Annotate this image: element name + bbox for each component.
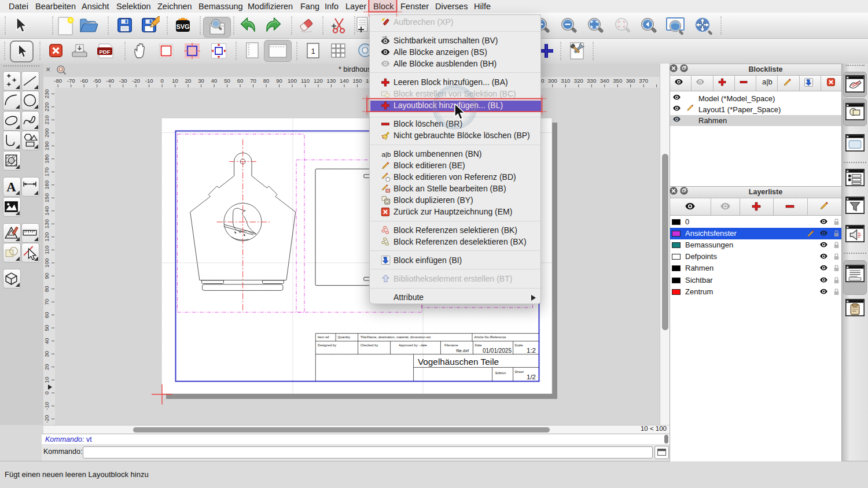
svg-text:340: 340 [600, 77, 609, 84]
svg-text:0: 0 [43, 391, 50, 394]
svg-text:120: 120 [314, 77, 323, 84]
svg-text:Designed by: Designed by [318, 343, 336, 347]
svg-text:40: 40 [43, 338, 50, 344]
svg-text:50: 50 [224, 77, 230, 84]
svg-text:PDF: PDF [100, 49, 111, 55]
svg-text:100: 100 [288, 77, 297, 84]
svg-text:50: 50 [43, 325, 50, 331]
svg-text:300: 300 [548, 77, 557, 84]
svg-text:130: 130 [43, 219, 50, 228]
svg-text:80: 80 [43, 286, 50, 292]
svg-text:1: 1 [311, 47, 315, 56]
svg-text:110: 110 [43, 246, 50, 254]
svg-text:Item ref: Item ref [318, 335, 329, 339]
svg-text:150: 150 [353, 77, 362, 84]
svg-text:110: 110 [301, 77, 310, 84]
svg-text:Quantity: Quantity [338, 335, 351, 339]
svg-text:Vogelhäuschen Teile: Vogelhäuschen Teile [418, 357, 499, 367]
svg-text:20: 20 [43, 364, 50, 370]
svg-text:-70: -70 [67, 77, 75, 84]
svg-text:230: 230 [43, 89, 50, 98]
svg-text:Sheet: Sheet [514, 370, 524, 374]
svg-text:220: 220 [43, 102, 50, 112]
svg-text:150: 150 [43, 193, 50, 202]
svg-text:130: 130 [327, 77, 336, 84]
svg-text:90: 90 [276, 77, 282, 84]
svg-text:-20: -20 [43, 415, 50, 423]
svg-text:200: 200 [43, 128, 50, 138]
svg-text:10: 10 [43, 377, 50, 383]
svg-text:1/2: 1/2 [527, 374, 536, 380]
svg-text:60: 60 [237, 77, 244, 84]
svg-text:-80: -80 [54, 77, 62, 84]
svg-text:160: 160 [43, 180, 50, 190]
svg-text:350: 350 [613, 77, 622, 84]
svg-text:Filename: Filename [444, 343, 458, 347]
svg-text:180: 180 [43, 154, 50, 164]
svg-text:Checked by: Checked by [361, 343, 378, 347]
svg-text:90: 90 [43, 273, 50, 279]
svg-text:SVG: SVG [176, 23, 189, 30]
svg-text:-30: -30 [119, 77, 127, 84]
svg-text:120: 120 [43, 232, 50, 242]
svg-text:190: 190 [43, 141, 50, 150]
svg-text:10: 10 [172, 77, 178, 84]
svg-text:100: 100 [43, 258, 50, 268]
svg-text:Date: Date [475, 343, 482, 347]
svg-text:70: 70 [250, 77, 256, 84]
svg-text:Article No./Reference: Article No./Reference [475, 335, 506, 339]
svg-text:30: 30 [198, 77, 204, 84]
svg-text:Title/Name, destination, mater: Title/Name, destination, material, dimen… [361, 335, 431, 339]
svg-text:370: 370 [639, 77, 648, 84]
svg-text:a|b: a|b [382, 150, 391, 158]
svg-text:140: 140 [43, 206, 50, 216]
svg-text:210: 210 [43, 115, 50, 124]
svg-text:320: 320 [574, 77, 583, 84]
svg-text:-60: -60 [80, 77, 88, 84]
svg-text:330: 330 [587, 77, 596, 84]
svg-text:-50: -50 [93, 77, 101, 84]
svg-text:40: 40 [211, 77, 218, 84]
svg-text:140: 140 [340, 77, 349, 84]
svg-text:360: 360 [626, 77, 635, 84]
svg-text:60: 60 [43, 312, 50, 318]
svg-text:-10: -10 [43, 402, 50, 410]
svg-text:file.dxf: file.dxf [456, 348, 469, 353]
svg-text:-20: -20 [132, 77, 140, 84]
svg-text:0: 0 [160, 77, 163, 84]
svg-text:-40: -40 [106, 77, 114, 84]
svg-text:310: 310 [561, 77, 570, 84]
svg-text:01/01/2025: 01/01/2025 [483, 347, 512, 354]
svg-text:170: 170 [43, 167, 50, 176]
svg-text:30: 30 [43, 351, 50, 357]
svg-text:Edition: Edition [495, 371, 506, 375]
svg-text:20: 20 [185, 77, 192, 84]
svg-text:70: 70 [43, 299, 50, 305]
svg-text:A: A [6, 180, 16, 194]
svg-text:-10: -10 [145, 77, 153, 84]
svg-text:80: 80 [263, 77, 270, 84]
svg-text:1:2: 1:2 [527, 347, 536, 354]
svg-text:Scale: Scale [514, 343, 523, 347]
svg-text:Approved by - date: Approved by - date [399, 343, 427, 347]
